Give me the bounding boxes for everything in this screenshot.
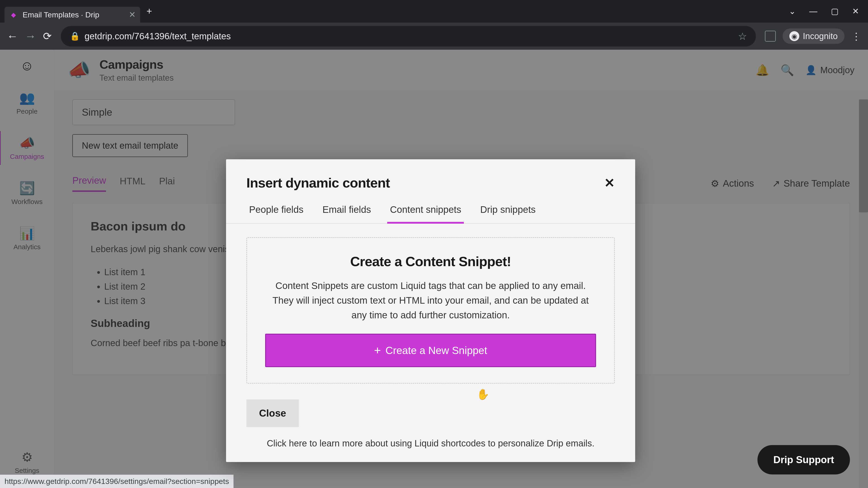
drip-support-button[interactable]: Drip Support [757,445,850,475]
drip-favicon-icon: ◆ [9,10,18,19]
lock-icon: 🔒 [70,31,80,41]
tab-close-icon[interactable]: ✕ [129,10,135,20]
tab-email-fields[interactable]: Email fields [320,200,374,223]
minimize-button[interactable]: — [809,6,817,16]
tab-people-fields[interactable]: People fields [246,200,306,223]
tab-title: Email Templates · Drip [23,10,99,19]
forward-button[interactable]: → [25,30,36,43]
browser-tab[interactable]: ◆ Email Templates · Drip ✕ [4,7,140,23]
new-tab-button[interactable]: + [142,4,157,19]
incognito-icon: ◉ [789,31,799,41]
insert-dynamic-content-modal: Insert dynamic content ✕ People fields E… [226,159,635,462]
plus-icon: + [374,344,381,357]
maximize-button[interactable]: ▢ [831,6,839,16]
address-bar[interactable]: 🔒 getdrip.com/7641396/text_templates ☆ [61,26,756,46]
bookmark-star-icon[interactable]: ☆ [738,31,747,42]
extension-icon[interactable] [765,31,776,41]
status-bar: https://www.getdrip.com/7641396/settings… [0,475,234,488]
snippet-empty-state: Create a Content Snippet! Content Snippe… [246,237,615,384]
snippet-heading: Create a Content Snippet! [265,254,596,269]
modal-title: Insert dynamic content [246,175,390,191]
reload-button[interactable]: ⟳ [43,30,52,42]
modal-close-button[interactable]: Close [246,399,299,427]
browser-tab-strip: ◆ Email Templates · Drip ✕ + ⌄ — ▢ ✕ [0,0,868,23]
close-window-button[interactable]: ✕ [852,6,859,16]
tab-content-snippets[interactable]: Content snippets [387,200,464,224]
modal-close-icon[interactable]: ✕ [604,175,615,190]
snippet-description: Content Snippets are custom Liquid tags … [265,278,596,322]
cursor-icon: ✋ [476,388,489,400]
learn-more-text: Click here to learn more about using Liq… [246,438,615,449]
create-new-snippet-button[interactable]: + Create a New Snippet [265,334,596,367]
create-snippet-label: Create a New Snippet [385,344,487,357]
chevron-down-icon[interactable]: ⌄ [789,6,796,16]
browser-menu-icon[interactable]: ⋮ [851,31,861,42]
app-area: ☺ 👥 People 📣 Campaigns 🔄 Workflows 📊 Ana… [0,50,868,488]
modal-tabs: People fields Email fields Content snipp… [226,200,635,224]
url-text: getdrip.com/7641396/text_templates [85,31,734,41]
incognito-label: Incognito [803,31,838,41]
window-controls: ⌄ — ▢ ✕ [780,0,868,23]
incognito-badge[interactable]: ◉ Incognito [782,29,844,44]
tab-drip-snippets[interactable]: Drip snippets [477,200,538,223]
back-button[interactable]: ← [7,30,18,43]
browser-toolbar: ← → ⟳ 🔒 getdrip.com/7641396/text_templat… [0,23,868,50]
learn-more-link[interactable]: here [289,438,307,448]
